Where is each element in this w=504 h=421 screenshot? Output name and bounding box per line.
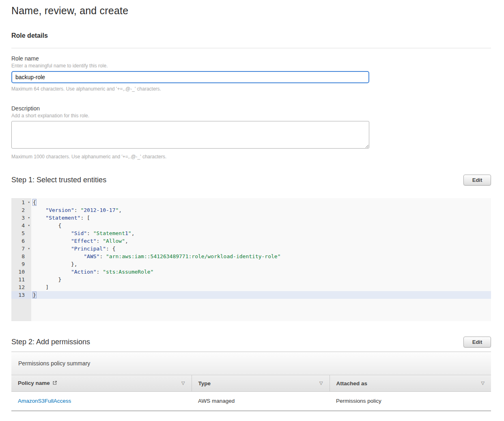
permissions-panel-title: Permissions policy summary xyxy=(11,352,491,375)
description-field: Description Add a short explanation for … xyxy=(11,105,491,160)
permissions-table: Policy name ▽ Type ▽ Attached as ▽ Amazo… xyxy=(11,375,491,411)
code-line: "Effect": "Allow", xyxy=(31,237,491,245)
fold-caret-icon[interactable]: ▾ xyxy=(28,199,30,206)
gutter-line-number: 4▾ xyxy=(11,222,31,229)
code-line: { xyxy=(31,199,491,206)
role-name-label: Role name xyxy=(11,55,491,62)
description-label: Description xyxy=(11,105,491,112)
description-hint: Maximum 1000 characters. Use alphanumeri… xyxy=(11,154,491,160)
role-name-field: Role name Enter a meaningful name to ide… xyxy=(11,55,491,92)
gutter-line-number: 9 xyxy=(11,260,31,268)
step1-header-row: Step 1: Select trusted entities Edit xyxy=(11,175,491,186)
role-name-input[interactable] xyxy=(11,71,369,83)
gutter-line-number: 3▾ xyxy=(11,214,31,222)
step2-edit-button[interactable]: Edit xyxy=(463,337,491,348)
gutter-line-number: 11 xyxy=(11,276,31,283)
code-line: } xyxy=(31,276,491,283)
step1-edit-button[interactable]: Edit xyxy=(463,175,491,186)
permissions-panel: Permissions policy summary Policy name ▽… xyxy=(11,352,491,411)
table-row: AmazonS3FullAccess AWS managed Permissio… xyxy=(11,392,491,411)
policy-attached-as-cell: Permissions policy xyxy=(330,392,491,411)
role-name-hint: Maximum 64 characters. Use alphanumeric … xyxy=(11,86,491,92)
column-header-policy-name[interactable]: Policy name ▽ xyxy=(11,375,192,392)
page-title: Name, review, and create xyxy=(11,5,491,17)
code-line: "Statement": [ xyxy=(31,214,491,222)
gutter-line-number: 8 xyxy=(11,253,31,260)
fold-caret-icon[interactable]: ▾ xyxy=(28,245,30,253)
code-line: ] xyxy=(31,283,491,291)
code-line: }, xyxy=(31,260,491,268)
code-line: } xyxy=(31,291,491,299)
step1-heading: Step 1: Select trusted entities xyxy=(11,176,106,184)
code-line: "AWS": "arn:aws:iam::541263489771:role/w… xyxy=(31,253,491,260)
column-header-attached-as[interactable]: Attached as ▽ xyxy=(330,375,491,392)
fold-caret-icon[interactable]: ▾ xyxy=(28,214,30,222)
code-line: "Action": "sts:AssumeRole" xyxy=(31,268,491,276)
gutter-line-number: 10 xyxy=(11,268,31,276)
external-link-icon xyxy=(52,380,57,386)
code-line: { xyxy=(31,222,491,229)
filter-dropdown-icon[interactable]: ▽ xyxy=(319,380,323,386)
trust-policy-editor[interactable]: 1▾23▾4▾567▾8910111213 { "Version": "2012… xyxy=(11,198,491,321)
policy-name-link[interactable]: AmazonS3FullAccess xyxy=(18,398,71,404)
gutter-line-number: 12 xyxy=(11,283,31,291)
policy-type-cell: AWS managed xyxy=(192,392,330,411)
code-line: "Version": "2012-10-17", xyxy=(31,206,491,214)
page: Name, review, and create Role details Ro… xyxy=(0,5,504,411)
role-details-heading: Role details xyxy=(11,32,491,39)
editor-code: { "Version": "2012-10-17", "Statement": … xyxy=(31,198,491,321)
fold-caret-icon[interactable]: ▾ xyxy=(28,222,30,229)
gutter-line-number: 7▾ xyxy=(11,245,31,253)
filter-dropdown-icon[interactable]: ▽ xyxy=(181,380,185,386)
code-line: "Sid": "Statement1", xyxy=(31,229,491,237)
role-name-helper: Enter a meaningful name to identify this… xyxy=(11,63,491,69)
filter-dropdown-icon[interactable]: ▽ xyxy=(481,380,485,386)
gutter-line-number: 2 xyxy=(11,206,31,214)
step2-heading: Step 2: Add permissions xyxy=(11,338,90,346)
table-header-row: Policy name ▽ Type ▽ Attached as ▽ xyxy=(11,375,491,392)
step2-header-row: Step 2: Add permissions Edit xyxy=(11,337,491,348)
description-textarea[interactable] xyxy=(11,121,369,149)
gutter-line-number: 6 xyxy=(11,237,31,245)
code-line: "Principal": { xyxy=(31,245,491,253)
gutter-line-number: 1▾ xyxy=(11,199,31,206)
description-helper: Add a short explanation for this role. xyxy=(11,113,491,119)
divider xyxy=(11,48,491,48)
gutter-line-number: 13 xyxy=(11,291,31,299)
column-header-type[interactable]: Type ▽ xyxy=(192,375,330,392)
gutter-line-number: 5 xyxy=(11,229,31,237)
editor-gutter: 1▾23▾4▾567▾8910111213 xyxy=(11,198,31,321)
